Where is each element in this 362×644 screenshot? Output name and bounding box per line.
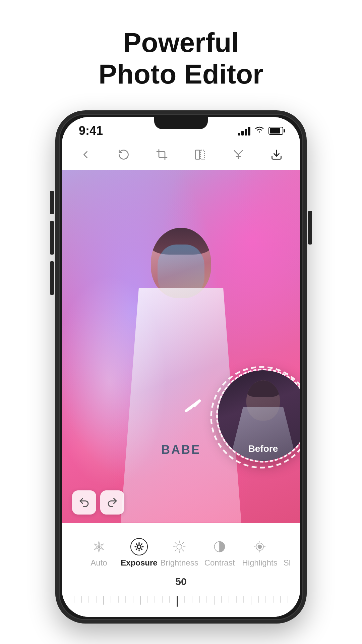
notch: [154, 117, 208, 129]
volume-down-button: [50, 261, 54, 295]
adjust-button[interactable]: [228, 145, 248, 165]
back-button[interactable]: [75, 145, 96, 165]
slider-value: 50: [175, 576, 186, 587]
tools-row: Auto: [72, 528, 290, 573]
headline-line1: Powerful: [99, 27, 263, 58]
battery-icon: [268, 127, 283, 135]
download-button[interactable]: [266, 145, 287, 165]
svg-line-10: [136, 544, 137, 544]
exposure-icon: [130, 538, 148, 555]
svg-rect-0: [196, 150, 200, 159]
headline: Powerful Photo Editor: [99, 27, 263, 90]
highlights-label: Highlights: [242, 558, 277, 568]
tool-exposure[interactable]: Exposure: [119, 535, 159, 571]
dashed-selection: [208, 364, 300, 471]
redo-button[interactable]: [100, 490, 124, 515]
phone-screen: 9:41: [62, 117, 300, 617]
phone-mockup: 9:41: [55, 110, 307, 630]
brightness-label: Brightness: [160, 558, 198, 568]
shadows-label: Shadows: [284, 558, 290, 568]
svg-line-20: [182, 550, 184, 551]
power-button: [308, 211, 312, 245]
contrast-label: Contrast: [204, 558, 235, 568]
status-icons: [238, 125, 283, 136]
slider-ticks: [72, 596, 290, 607]
undo-redo-group: [72, 490, 124, 515]
phone-frame: 9:41: [55, 110, 307, 624]
svg-point-4: [98, 545, 100, 548]
mute-button: [50, 191, 54, 214]
svg-line-12: [136, 549, 137, 549]
svg-line-11: [141, 549, 142, 549]
tool-shadows[interactable]: Shadows: [280, 535, 290, 571]
svg-line-13: [141, 544, 142, 544]
svg-line-22: [182, 542, 184, 544]
rotate-button[interactable]: [114, 145, 134, 165]
tool-brightness[interactable]: Brightness: [159, 535, 199, 571]
volume-up-button: [50, 221, 54, 255]
editor-toolbar: [62, 141, 300, 170]
bottom-panel: Auto: [62, 523, 300, 617]
auto-label: Auto: [90, 558, 107, 568]
status-time: 9:41: [79, 124, 103, 138]
crop-button[interactable]: [152, 145, 172, 165]
tool-auto[interactable]: Auto: [79, 535, 119, 571]
photo-canvas[interactable]: BABE Before: [62, 170, 300, 523]
tool-highlights[interactable]: Highlights: [240, 535, 280, 571]
highlights-icon: [251, 538, 268, 555]
svg-point-14: [177, 544, 182, 549]
headline-line2: Photo Editor: [99, 58, 263, 90]
flip-button[interactable]: [190, 145, 210, 165]
svg-rect-1: [201, 150, 205, 159]
comparison-arrow: [173, 387, 213, 429]
svg-point-9: [137, 545, 141, 548]
svg-line-21: [175, 550, 176, 551]
wifi-icon: [254, 125, 264, 136]
auto-icon: [90, 538, 108, 555]
svg-point-29: [258, 545, 262, 548]
tool-contrast[interactable]: Contrast: [199, 535, 240, 571]
light-effect-right: [233, 170, 300, 270]
slider-section: Auto: [62, 523, 300, 610]
brightness-icon: [171, 538, 188, 555]
contrast-icon: [211, 538, 228, 555]
undo-button[interactable]: [72, 490, 96, 515]
signal-icon: [238, 126, 250, 136]
svg-line-19: [175, 542, 176, 544]
slider-track[interactable]: [72, 590, 290, 607]
svg-point-3: [211, 367, 300, 468]
exposure-label: Exposure: [121, 558, 157, 568]
